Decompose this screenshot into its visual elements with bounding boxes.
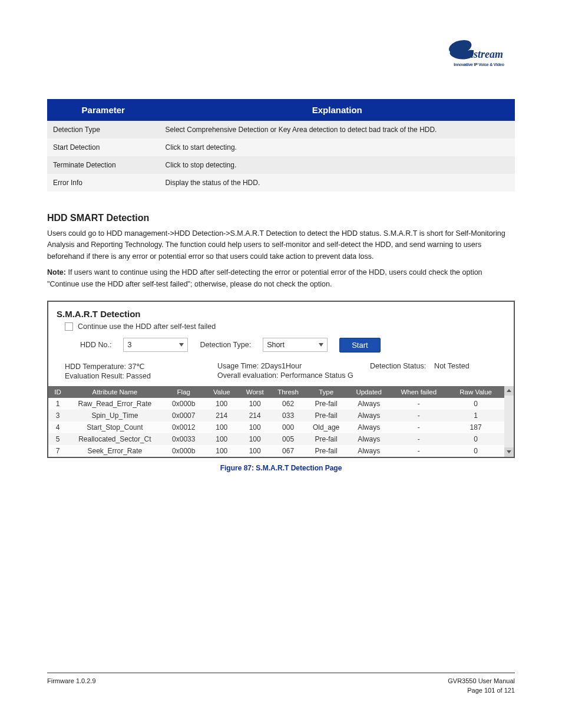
hdd-temp-value: 37℃ bbox=[128, 363, 145, 371]
chevron-down-icon bbox=[507, 450, 511, 453]
detection-status-label: Detection Status: bbox=[370, 362, 426, 370]
smart-attributes-table: ID Attribute Name Flag Value Worst Thres… bbox=[48, 386, 504, 457]
figure-caption: Figure 87: S.M.A.R.T Detection Page bbox=[47, 464, 515, 472]
detection-status-value: Not Tested bbox=[434, 362, 470, 370]
figure-title: S.M.A.R.T Detection bbox=[57, 309, 505, 319]
col-worst: Worst bbox=[238, 386, 271, 398]
col-attribute-name: Attribute Name bbox=[67, 386, 162, 398]
chevron-down-icon bbox=[319, 343, 323, 347]
param-explanation: Select Comprehensive Detection or Key Ar… bbox=[160, 121, 515, 139]
eval-result-value: Passed bbox=[126, 372, 151, 380]
param-header-parameter: Parameter bbox=[47, 99, 160, 121]
footer-firmware: Firmware 1.0.2.9 bbox=[47, 677, 96, 686]
param-explanation: Display the status of the HDD. bbox=[160, 174, 515, 192]
continue-use-checkbox[interactable] bbox=[65, 322, 73, 331]
param-header-explanation: Explanation bbox=[160, 99, 515, 121]
col-when-failed: When failed bbox=[390, 386, 447, 398]
note-text: If users want to continue using the HDD … bbox=[47, 268, 482, 288]
detection-type-select[interactable]: Short bbox=[263, 338, 328, 352]
scroll-track[interactable] bbox=[504, 396, 514, 447]
col-value: Value bbox=[205, 386, 238, 398]
footer-product: GVR3550 User Manual bbox=[448, 677, 515, 686]
table-scrollbar[interactable] bbox=[504, 386, 514, 457]
section-heading-smart: HDD SMART Detection bbox=[47, 213, 515, 223]
usage-time-value: 2Days1Hour bbox=[261, 362, 302, 370]
col-updated: Updated bbox=[348, 386, 391, 398]
col-id: ID bbox=[48, 386, 67, 398]
table-row: 7 Seek_Error_Rate 0x000b 100 100 067 Pre… bbox=[48, 445, 504, 457]
table-row: 4 Start_Stop_Count 0x0012 100 100 000 Ol… bbox=[48, 421, 504, 433]
eval-result-label: Evaluation Result: bbox=[65, 372, 126, 380]
param-name: Detection Type bbox=[47, 121, 160, 139]
start-button[interactable]: Start bbox=[339, 338, 380, 353]
overall-eval-label: Overall evaluation: bbox=[217, 371, 280, 380]
hdd-temp-label: HDD Temperature: bbox=[65, 363, 128, 371]
grandstream-logo-icon: andstream bbox=[447, 38, 511, 64]
chevron-down-icon bbox=[179, 343, 184, 347]
param-name: Terminate Detection bbox=[47, 156, 160, 174]
table-row: Start Detection Click to start detecting… bbox=[47, 139, 515, 156]
brand-logo: andstream Innovative IP Voice & Video bbox=[447, 38, 511, 67]
col-type: Type bbox=[305, 386, 348, 398]
svg-text:andstream: andstream bbox=[457, 48, 503, 60]
overall-eval-value: Performance Status G bbox=[280, 371, 353, 380]
chevron-up-icon bbox=[507, 389, 511, 392]
footer-page: Page 101 of 121 bbox=[448, 686, 515, 695]
scroll-down-button[interactable] bbox=[504, 447, 514, 457]
continue-use-label: Continue use the HDD after self-test fai… bbox=[78, 322, 216, 331]
brand-tagline: Innovative IP Voice & Video bbox=[447, 62, 511, 67]
table-row: Detection Type Select Comprehensive Dete… bbox=[47, 121, 515, 139]
param-explanation: Click to start detecting. bbox=[160, 139, 515, 156]
scroll-up-button[interactable] bbox=[504, 386, 514, 396]
param-name: Start Detection bbox=[47, 139, 160, 156]
table-row: Terminate Detection Click to stop detect… bbox=[47, 156, 515, 174]
col-raw-value: Raw Value bbox=[447, 386, 504, 398]
hdd-no-value: 3 bbox=[127, 341, 131, 349]
smart-detection-figure: S.M.A.R.T Detection Continue use the HDD… bbox=[47, 301, 515, 458]
note-label: Note: bbox=[47, 268, 66, 276]
table-row: 1 Raw_Read_Error_Rate 0x000b 100 100 062… bbox=[48, 398, 504, 410]
detection-type-label: Detection Type: bbox=[200, 341, 251, 349]
section-paragraph: Users could go to HDD management->HDD De… bbox=[47, 228, 515, 262]
table-row: 3 Spin_Up_Time 0x0007 214 214 033 Pre-fa… bbox=[48, 410, 504, 421]
hdd-no-select[interactable]: 3 bbox=[123, 338, 188, 352]
col-flag: Flag bbox=[162, 386, 205, 398]
parameter-table: Parameter Explanation Detection Type Sel… bbox=[47, 99, 515, 192]
page-footer: Firmware 1.0.2.9 GVR3550 User Manual Pag… bbox=[47, 673, 515, 695]
param-name: Error Info bbox=[47, 174, 160, 192]
hdd-no-label: HDD No.: bbox=[80, 341, 111, 349]
table-row: Error Info Display the status of the HDD… bbox=[47, 174, 515, 192]
usage-time-label: Usage Time: bbox=[217, 362, 261, 370]
col-thresh: Thresh bbox=[272, 386, 305, 398]
table-row: 5 Reallocated_Sector_Ct 0x0033 100 100 0… bbox=[48, 433, 504, 445]
section-body: Users could go to HDD management->HDD De… bbox=[47, 228, 515, 290]
param-explanation: Click to stop detecting. bbox=[160, 156, 515, 174]
detection-type-value: Short bbox=[267, 341, 285, 349]
